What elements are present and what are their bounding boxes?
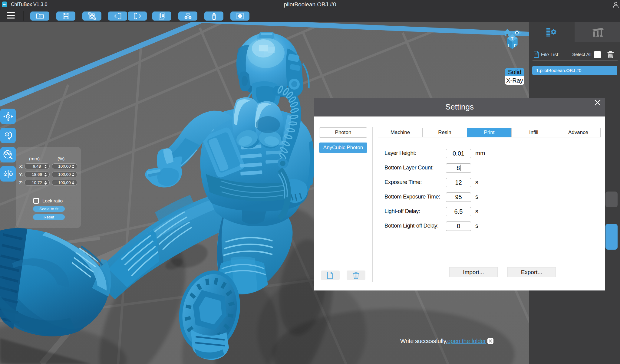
- svg-text:L: L: [508, 43, 510, 48]
- svg-text:F: F: [514, 43, 517, 48]
- svg-text:T: T: [511, 36, 514, 41]
